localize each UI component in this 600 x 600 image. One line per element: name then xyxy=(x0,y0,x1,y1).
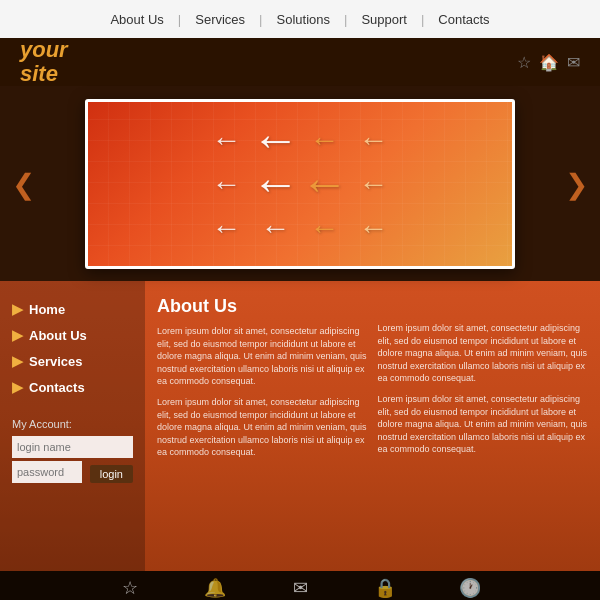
arrow-6: ← xyxy=(252,156,300,211)
content-para-4: Lorem ipsum dolor sit amet, consectetur … xyxy=(378,393,589,456)
sidebar-link-label: Contacts xyxy=(29,380,85,395)
sidebar: ▶Home▶About Us▶Services▶Contacts My Acco… xyxy=(0,281,145,571)
content-area: ▶Home▶About Us▶Services▶Contacts My Acco… xyxy=(0,281,600,571)
content-title: About Us xyxy=(157,296,368,317)
icon-item-1[interactable]: 🔔Lorem ipsum dolor xyxy=(188,577,243,600)
account-label: My Account: xyxy=(12,418,133,430)
slider-box: ← ← ← ← ← ← ← ← ← ← ← ← xyxy=(85,99,515,269)
sidebar-link-about-us[interactable]: ▶About Us xyxy=(12,322,133,348)
content-column-2: Lorem ipsum dolor sit amet, consectetur … xyxy=(378,296,589,556)
arrow-12: ← xyxy=(359,211,389,245)
icons-bar: ☆Lorem ipsum dolor🔔Lorem ipsum dolor✉Lor… xyxy=(0,571,600,600)
slider-prev-button[interactable]: ❮ xyxy=(12,167,35,200)
content-para-2: Lorem ipsum dolor sit amet, consectetur … xyxy=(157,396,368,459)
password-input[interactable] xyxy=(12,461,82,483)
login-button[interactable]: login xyxy=(90,465,133,483)
sidebar-links: ▶Home▶About Us▶Services▶Contacts xyxy=(12,296,133,400)
bottom-icon-0: ☆ xyxy=(122,577,138,599)
account-row: login xyxy=(12,461,133,486)
arrow-3: ← xyxy=(310,123,340,157)
sidebar-arrow-icon: ▶ xyxy=(12,301,23,317)
email-icon[interactable]: ✉ xyxy=(567,53,580,72)
logo-line1: your xyxy=(20,37,68,62)
sidebar-link-label: Services xyxy=(29,354,83,369)
star-icon[interactable]: ☆ xyxy=(517,53,531,72)
arrow-1: ← xyxy=(212,123,242,157)
sidebar-link-label: Home xyxy=(29,302,65,317)
arrow-10: ← xyxy=(261,211,291,245)
sidebar-link-home[interactable]: ▶Home xyxy=(12,296,133,322)
content-para-1: Lorem ipsum dolor sit amet, consectetur … xyxy=(157,325,368,388)
sidebar-arrow-icon: ▶ xyxy=(12,379,23,395)
arrow-grid: ← ← ← ← ← ← ← ← ← ← ← ← xyxy=(204,120,396,248)
sidebar-link-label: About Us xyxy=(29,328,87,343)
bottom-icon-2: ✉ xyxy=(293,577,308,599)
icon-item-4[interactable]: 🕐Lorem ipsum dolor xyxy=(443,577,498,600)
icon-item-2[interactable]: ✉Lorem ipsum dolor xyxy=(273,577,328,600)
bottom-icon-3: 🔒 xyxy=(374,577,396,599)
bottom-icon-4: 🕐 xyxy=(459,577,481,599)
icon-item-0[interactable]: ☆Lorem ipsum dolor xyxy=(103,577,158,600)
arrow-9: ← xyxy=(212,211,242,245)
arrow-11: ← xyxy=(310,211,340,245)
sidebar-link-contacts[interactable]: ▶Contacts xyxy=(12,374,133,400)
logo-line2: site xyxy=(20,61,58,86)
main-content: About Us Lorem ipsum dolor sit amet, con… xyxy=(145,281,600,571)
arrow-5: ← xyxy=(212,167,242,201)
top-nav-item-services[interactable]: Services xyxy=(181,12,259,27)
content-para-3: Lorem ipsum dolor sit amet, consectetur … xyxy=(378,322,589,385)
sidebar-arrow-icon: ▶ xyxy=(12,353,23,369)
icon-item-3[interactable]: 🔒Lorem ipsum dolor xyxy=(358,577,413,600)
top-nav-item-solutions[interactable]: Solutions xyxy=(263,12,344,27)
top-nav-item-support[interactable]: Support xyxy=(347,12,421,27)
logo-icons: ☆ 🏠 ✉ xyxy=(517,53,580,72)
sidebar-arrow-icon: ▶ xyxy=(12,327,23,343)
top-nav-item-about[interactable]: About Us xyxy=(96,12,177,27)
slider-next-button[interactable]: ❯ xyxy=(565,167,588,200)
sidebar-link-services[interactable]: ▶Services xyxy=(12,348,133,374)
slider-area: ❮ ← ← ← ← ← ← ← ← ← ← ← ← ❯ xyxy=(0,86,600,281)
content-column-1: About Us Lorem ipsum dolor sit amet, con… xyxy=(157,296,368,556)
top-nav-item-contacts[interactable]: Contacts xyxy=(424,12,503,27)
login-input[interactable] xyxy=(12,436,133,458)
arrow-7: ← xyxy=(301,156,349,211)
home-icon[interactable]: 🏠 xyxy=(539,53,559,72)
logo[interactable]: yoursite xyxy=(20,38,68,86)
logo-bar: yoursite ☆ 🏠 ✉ xyxy=(0,38,600,86)
account-box: My Account: login xyxy=(12,418,133,486)
arrow-4: ← xyxy=(359,123,389,157)
top-navigation: About Us|Services|Solutions|Support|Cont… xyxy=(0,0,600,38)
arrow-8: ← xyxy=(359,167,389,201)
bottom-icon-1: 🔔 xyxy=(204,577,226,599)
